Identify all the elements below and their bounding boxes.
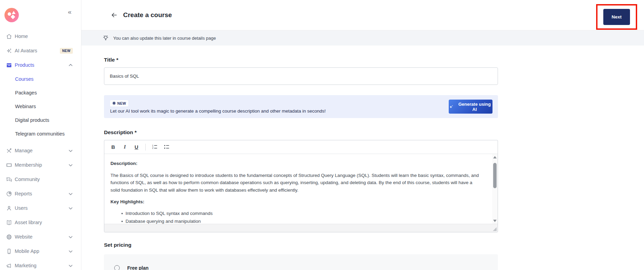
sidebar-collapse-icon[interactable]: « (68, 8, 71, 16)
ai-banner-text-block: NEW Let our AI tool work its magic to ge… (110, 100, 449, 114)
products-box-icon (6, 62, 12, 68)
svg-text:1: 1 (152, 144, 154, 147)
bold-button[interactable]: B (110, 144, 116, 150)
scroll-up-icon[interactable] (492, 155, 498, 159)
set-pricing-heading: Set pricing (104, 242, 498, 248)
generate-using-ai-button[interactable]: Generate using AI (449, 100, 492, 114)
sidebar-item-reports[interactable]: Reports (0, 187, 81, 201)
sidebar-item-home[interactable]: Home (0, 29, 81, 43)
sidebar-item-label: Asset library (15, 220, 42, 225)
ai-banner-text: Let our AI tool work its magic to genera… (110, 108, 449, 114)
description-label: Description * (104, 129, 498, 136)
sidebar-item-users[interactable]: Users (0, 201, 81, 215)
chevron-down-icon (68, 263, 73, 268)
sidebar-item-label: Community (15, 177, 40, 182)
smartphone-icon (6, 248, 12, 255)
chevron-down-icon (68, 192, 73, 196)
sidebar-item-manage[interactable]: Manage (0, 143, 81, 158)
logo-shapes-icon (4, 8, 19, 22)
sidebar-nav: Home AI Avatars NEW Pro (0, 29, 81, 270)
sidebar: « Home AI Avatars NEW (0, 0, 81, 270)
main-content: Create a course Next You can also update… (81, 0, 644, 270)
chevron-down-icon (68, 163, 73, 167)
create-course-form: Title * NEW Let our AI tool work its mag… (81, 46, 498, 270)
chevron-down-icon (68, 149, 73, 153)
free-plan-radio[interactable] (114, 265, 120, 270)
chevron-up-icon (68, 63, 73, 67)
ai-new-badge: NEW (110, 100, 128, 106)
editor-paragraph: The Basics of SQL course is designed to … (110, 172, 482, 194)
nav-spacer (0, 141, 81, 143)
chevron-down-icon (68, 235, 73, 239)
sidebar-item-products[interactable]: Products (0, 58, 81, 72)
sidebar-item-label: Products (15, 62, 34, 68)
megaphone-icon (6, 262, 12, 269)
sidebar-item-courses[interactable]: Courses (0, 72, 81, 86)
toolbar-divider (145, 144, 146, 151)
sidebar-item-label: AI Avatars (15, 48, 37, 53)
scrollbar-thumb[interactable] (493, 163, 497, 188)
new-badge: NEW (60, 48, 73, 54)
scroll-down-icon[interactable] (492, 218, 498, 223)
sidebar-item-label: Users (15, 205, 28, 211)
ai-new-badge-label: NEW (117, 101, 126, 105)
editor-bullet: Database querying and manipulation (121, 218, 482, 224)
title-input[interactable] (104, 67, 498, 85)
page-title: Create a course (123, 11, 172, 19)
sidebar-item-label: Mobile App (15, 248, 39, 254)
sparkles-icon (6, 48, 12, 54)
lightbulb-icon (102, 34, 109, 42)
back-arrow-icon[interactable] (110, 11, 118, 19)
sidebar-item-label: Website (15, 234, 32, 240)
sidebar-item-label: Membership (15, 162, 42, 168)
sidebar-header: « (0, 0, 81, 29)
editor-body[interactable]: Description: The Basics of SQL course is… (104, 154, 498, 224)
sidebar-item-website[interactable]: Website (0, 230, 81, 244)
description-editor: B I U 1 2 (104, 140, 498, 232)
sidebar-item-packages[interactable]: Packages (0, 86, 81, 100)
chat-bubbles-icon (6, 176, 12, 183)
sidebar-item-membership[interactable]: Membership (0, 158, 81, 172)
page-header: Create a course Next (81, 0, 644, 30)
next-button[interactable]: Next (603, 9, 630, 25)
sidebar-item-digital-products[interactable]: Digital products (0, 113, 81, 127)
chevron-down-icon (68, 206, 73, 210)
annotation-highlight-box: Next (596, 4, 637, 30)
underline-button[interactable]: U (134, 144, 139, 150)
editor-toolbar: B I U 1 2 (104, 140, 498, 154)
sidebar-item-webinars[interactable]: Webinars (0, 100, 81, 113)
sidebar-item-community[interactable]: Community (0, 172, 81, 187)
person-icon (6, 205, 12, 211)
home-icon (6, 33, 12, 40)
gear-icon (112, 101, 116, 105)
title-label: Title * (104, 57, 498, 63)
sidebar-item-asset-library[interactable]: Asset library (0, 215, 81, 230)
editor-heading: Description: (110, 160, 482, 167)
bullet-list-button[interactable] (164, 144, 170, 150)
app-logo[interactable] (4, 8, 19, 22)
tip-text: You can also update this later in course… (113, 36, 216, 41)
ordered-list-icon: 1 2 (152, 144, 158, 150)
sidebar-item-label: Manage (15, 148, 32, 153)
ordered-list-button[interactable]: 1 2 (152, 144, 158, 150)
free-plan-option[interactable]: Free plan (104, 254, 498, 270)
italic-button[interactable]: I (122, 144, 128, 150)
sidebar-item-mobile-app[interactable]: Mobile App (0, 244, 81, 258)
tip-bar: You can also update this later in course… (81, 30, 644, 46)
svg-text:2: 2 (152, 147, 154, 149)
resize-handle[interactable] (493, 227, 497, 231)
pie-chart-icon (6, 191, 12, 197)
sidebar-item-telegram-communities[interactable]: Telegram communities (0, 127, 81, 141)
sidebar-item-ai-avatars[interactable]: AI Avatars NEW (0, 43, 81, 58)
chevron-down-icon (68, 249, 73, 254)
sidebar-item-marketing[interactable]: Marketing (0, 258, 81, 270)
editor-text[interactable]: Description: The Basics of SQL course is… (104, 154, 492, 224)
editor-scrollbar[interactable] (492, 154, 498, 224)
editor-footer (104, 224, 498, 232)
membership-card-icon (6, 162, 12, 168)
bullet-list-icon (164, 144, 170, 150)
editor-bullet-list: Introduction to SQL syntax and commands … (110, 210, 482, 224)
sidebar-item-label: Reports (15, 191, 32, 196)
sparkles-icon (449, 104, 454, 110)
sidebar-item-label: Marketing (15, 263, 37, 268)
